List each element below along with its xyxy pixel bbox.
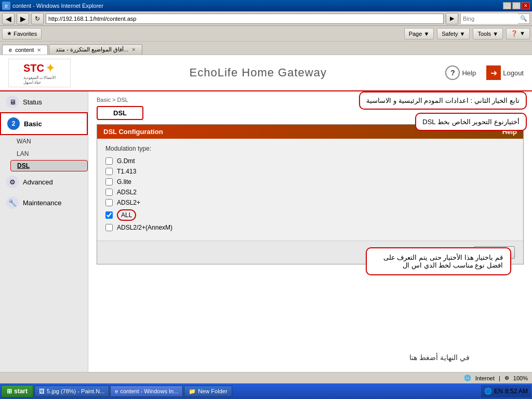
star-icon: ★ [7,30,12,37]
sidebar-item-basic[interactable]: 2 Basic [0,112,88,135]
sidebar-item-advanced[interactable]: ⚙ Advanced [0,171,88,192]
ie-icon-task: e [115,388,118,394]
header-actions: ? Help ➜ Logout [445,65,524,80]
taskbar: ⊞ start 🖼 5.jpg (78%) - Paint.N... e con… [0,383,532,399]
page-menu-button[interactable]: Page ▼ [404,28,434,39]
sidebar-item-dsl[interactable]: DSL [10,160,88,171]
page-title: EchoLife Home Gateway [190,66,327,79]
checkbox-gdmt: G.Dmt [105,157,515,165]
network-icon: 🌐 [484,388,492,395]
info-bubble: قم باختيار هذا الأختيار حتى يتم التعرف ع… [366,247,511,275]
zoom-value: 100% [513,375,528,381]
final-bubble: في النهاية أضغط هنا [409,353,470,362]
windows-icon: ⊞ [7,388,12,395]
final-bubble-text: في النهاية أضغط هنا [409,353,470,362]
checkbox-gdmt-label: G.Dmt [117,157,135,165]
checkbox-all: ALL [105,209,515,221]
page-header: STC ✦ الاتصالات السعوديةحياة أسهل EchoLi… [0,55,532,91]
checkbox-glite-label: G.lite [117,178,131,185]
step-circle: 2 [7,117,20,130]
search-icon[interactable]: 🔍 [518,15,529,22]
checkbox-gdmt-input[interactable] [105,157,113,165]
taskbar-tray: 🌐 EN 8:52 AM [481,385,531,397]
address-bar[interactable] [46,14,444,24]
tab-label: content [15,47,34,53]
checkbox-adsl2-label: ADSL2 [117,189,137,196]
help-button[interactable]: ? Help [445,65,476,80]
search-input[interactable] [461,14,518,24]
checkbox-adsl2: ADSL2 [105,189,515,196]
status-icon: 🖥 [6,96,19,108]
zone-label: Internet [475,375,495,381]
ie-tabbar: e content ✕ آفاق المواضيع المتكررة - منت… [0,42,532,55]
checkbox-glite-input[interactable] [105,178,113,185]
sidebar-item-status-label: Status [23,98,42,106]
checkbox-adsl2plus-input[interactable] [105,199,113,206]
taskbar-clock: 8:52 AM [505,388,528,395]
config-panel-title: DSL Configuration [103,128,163,136]
maintenance-icon: 🔧 [6,196,19,209]
taskbar-item-paint[interactable]: 🖼 5.jpg (78%) - Paint.N... [34,385,109,397]
statusbar-zone: 🌐 Internet | ⊕ 100% [464,375,528,381]
dsl-nav-button[interactable]: DSL [97,106,143,120]
info-bubble-text: قم باختيار هذا الأختيار حتى يتم التعرف ع… [383,254,503,269]
sidebar-item-maintenance-label: Maintenance [23,199,61,207]
tab-arabic[interactable]: آفاق المواضيع المتكررة - منتد... ✕ [49,44,142,55]
taskbar-item-ie[interactable]: e content - Windows In... [110,385,183,397]
tab-close-icon[interactable]: ✕ [37,47,41,53]
taskbar-item-folder[interactable]: 📁 New Folder [184,385,232,397]
divider: | [499,375,500,381]
safety-menu-button[interactable]: Safety ▼ [437,28,470,39]
refresh-button[interactable]: ↻ [31,13,44,24]
help-menu-button[interactable]: ❓ ▼ [506,28,530,39]
checkbox-adsl2plus: ADSL2+ [105,199,515,206]
tab-label-arabic: آفاق المواضيع المتكررة - منتد... [56,46,128,53]
advanced-icon: ⚙ [6,176,19,188]
content-area: تابع الخيار الثاني : اعدادات المودم الرئ… [88,91,532,372]
maximize-button[interactable]: □ [512,2,521,9]
window-controls: _ □ ✕ [503,2,530,9]
tab-close-icon-2[interactable]: ✕ [131,47,136,52]
ie-commandbar: ★ Favorites Page ▼ Safety ▼ Tools ▼ ❓ ▼ [0,26,532,42]
checkbox-glite: G.lite [105,178,515,185]
tab-content[interactable]: e content ✕ [2,45,48,55]
ie-nav-toolbar: ◀ ▶ ↻ ▶ 🔍 [0,11,532,26]
checkbox-t1413-input[interactable] [105,168,113,175]
sidebar-item-wan[interactable]: WAN [10,135,88,148]
logout-button[interactable]: ➜ Logout [486,65,524,80]
stc-logo: STC ✦ الاتصالات السعوديةحياة أسهل [8,59,71,87]
help-icon: ? [445,65,460,80]
config-panel-body: Modulation type: G.Dmt T1.413 G.lite [97,139,523,241]
forward-button[interactable]: ▶ [17,13,29,24]
checkbox-adsl22annex-input[interactable] [105,224,113,231]
folder-icon: 📁 [189,388,196,395]
favorites-button[interactable]: ★ Favorites [2,28,42,39]
window-title: content - Windows Internet Explorer [12,3,503,9]
sidebar-item-lan[interactable]: LAN [10,148,88,160]
stc-text: STC [23,62,44,74]
annotation-bubble-1: تابع الخيار الثاني : اعدادات المودم الرئ… [359,91,527,110]
checkbox-t1413: T1.413 [105,168,515,175]
zoom-level: ⊕ [504,375,509,381]
checkbox-t1413-label: T1.413 [117,168,136,175]
close-button[interactable]: ✕ [522,2,530,9]
minimize-button[interactable]: _ [503,2,511,9]
checkbox-adsl2-input[interactable] [105,189,113,196]
back-button[interactable]: ◀ [2,13,15,24]
window-titlebar: e content - Windows Internet Explorer _ … [0,0,532,11]
checkbox-all-input[interactable] [105,211,113,219]
go-button[interactable]: ▶ [446,13,458,24]
start-button[interactable]: ⊞ start [1,385,33,397]
ie-app-icon: e [2,2,10,10]
annotation-area: تابع الخيار الثاني : اعدادات المودم الرئ… [359,91,527,131]
checkbox-adsl2plus-label: ADSL2+ [117,199,140,206]
lang-indicator: EN [494,388,503,395]
globe-icon: 🌐 [464,375,471,381]
stc-tagline: الاتصالات السعوديةحياة أسهل [23,75,56,85]
tools-menu-button[interactable]: Tools ▼ [473,28,503,39]
sidebar-item-status[interactable]: 🖥 Status [0,91,88,112]
sidebar-item-maintenance[interactable]: 🔧 Maintenance [0,192,88,213]
paint-icon: 🖼 [39,388,45,394]
checkbox-all-label: ALL [121,211,132,219]
main-layout: 🖥 Status 2 Basic WAN LAN DSL ⚙ Advanced … [0,91,532,372]
